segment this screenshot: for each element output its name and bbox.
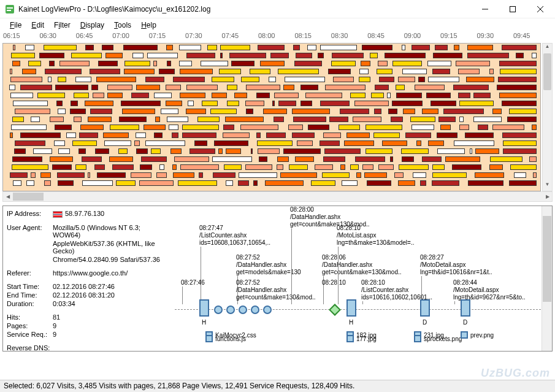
visit-bar[interactable] — [492, 109, 502, 114]
visit-bar[interactable] — [396, 85, 405, 90]
visit-bar[interactable] — [459, 117, 463, 122]
menu-file[interactable]: File — [5, 20, 26, 31]
visit-bar[interactable] — [385, 53, 426, 58]
visit-bar[interactable] — [454, 45, 460, 50]
visit-bar[interactable] — [54, 140, 64, 146]
visit-bar[interactable] — [124, 61, 150, 66]
visit-bar[interactable] — [418, 77, 425, 82]
visit-bar[interactable] — [516, 53, 524, 58]
visit-bar[interactable] — [428, 140, 444, 146]
visit-bar[interactable] — [432, 180, 459, 186]
visit-bar[interactable] — [238, 180, 250, 186]
visit-bar[interactable] — [366, 148, 392, 154]
visit-bar[interactable] — [245, 164, 272, 170]
visit-bar[interactable] — [402, 45, 405, 50]
visit-bar[interactable] — [440, 125, 451, 130]
visit-bar[interactable] — [382, 140, 407, 146]
visit-bar[interactable] — [226, 148, 241, 154]
visit-bar[interactable] — [98, 61, 118, 66]
visit-bar[interactable] — [212, 156, 252, 162]
visit-bar[interactable] — [10, 133, 13, 138]
visit-bar[interactable] — [58, 180, 74, 186]
visit-bar[interactable] — [324, 148, 360, 154]
visit-bar[interactable] — [10, 172, 28, 178]
timeline-hscrollbar[interactable]: ◀ ▶ — [2, 191, 553, 202]
visit-bar[interactable] — [79, 133, 98, 138]
visit-bar[interactable] — [71, 101, 78, 106]
visit-bar[interactable] — [478, 125, 488, 130]
flow-node[interactable] — [226, 306, 235, 314]
visit-bar[interactable] — [466, 77, 494, 82]
visit-bar[interactable] — [432, 172, 467, 178]
visit-bar[interactable] — [173, 77, 205, 82]
visit-bar[interactable] — [124, 69, 155, 74]
scroll-thumb[interactable] — [543, 216, 551, 302]
visit-bar[interactable] — [10, 77, 42, 82]
visit-bar[interactable] — [344, 140, 374, 146]
visit-bar[interactable] — [367, 180, 391, 186]
visit-bar[interactable] — [186, 109, 206, 114]
timeline-vscrollbar[interactable]: ▲ ▼ — [542, 43, 553, 191]
visit-bar[interactable] — [467, 53, 508, 58]
visit-bar[interactable] — [405, 133, 431, 138]
visit-bar[interactable] — [296, 53, 313, 58]
visit-bar[interactable] — [78, 148, 86, 154]
visit-bar[interactable] — [80, 125, 104, 130]
visit-bar[interactable] — [411, 125, 434, 130]
visit-bar[interactable] — [210, 109, 237, 114]
visit-bar[interactable] — [180, 164, 218, 170]
visit-bar[interactable] — [364, 172, 387, 178]
visit-bar[interactable] — [258, 148, 280, 154]
visit-bar[interactable] — [359, 77, 370, 82]
visit-bar[interactable] — [85, 101, 113, 106]
visit-bar[interactable] — [259, 156, 267, 162]
visit-bar[interactable] — [283, 148, 321, 154]
visit-bar[interactable] — [452, 164, 481, 170]
visit-bar[interactable] — [28, 61, 41, 66]
visit-bar[interactable] — [280, 172, 317, 178]
visit-bar[interactable] — [119, 117, 147, 122]
visit-bar[interactable] — [44, 45, 77, 50]
visit-bar[interactable] — [362, 45, 392, 50]
visit-bar[interactable] — [25, 45, 35, 50]
visit-bar[interactable] — [225, 117, 263, 122]
visit-bar[interactable] — [173, 172, 194, 178]
visit-bar[interactable] — [274, 117, 284, 122]
visit-bar[interactable] — [156, 172, 167, 178]
visit-bar[interactable] — [475, 172, 504, 178]
visit-bar[interactable] — [199, 172, 203, 178]
visit-bar[interactable] — [50, 156, 73, 162]
flow-node[interactable] — [346, 299, 356, 317]
scroll-down-icon[interactable]: ▼ — [543, 182, 552, 191]
visit-bar[interactable] — [12, 156, 42, 162]
detail-vscrollbar[interactable] — [542, 206, 552, 351]
visit-bar[interactable] — [155, 117, 160, 122]
visit-bar[interactable] — [292, 133, 315, 138]
minimize-button[interactable] — [471, 0, 499, 18]
visit-bar[interactable] — [74, 93, 90, 98]
visit-bar[interactable] — [311, 180, 336, 186]
visit-bar[interactable] — [503, 148, 537, 154]
flow-node[interactable] — [420, 299, 430, 317]
visit-bar[interactable] — [297, 140, 313, 146]
visit-bar[interactable] — [170, 148, 182, 154]
visit-bar[interactable] — [37, 93, 65, 98]
visit-bar[interactable] — [366, 125, 402, 130]
visit-bar[interactable] — [14, 148, 26, 154]
visit-bar[interactable] — [475, 148, 499, 154]
visit-bar[interactable] — [182, 125, 218, 130]
visit-bar[interactable] — [260, 61, 285, 66]
visit-bar[interactable] — [93, 93, 104, 98]
visit-bar[interactable] — [503, 140, 537, 146]
visit-bar[interactable] — [74, 117, 82, 122]
visit-bar[interactable] — [186, 53, 215, 58]
visit-bar[interactable] — [194, 140, 207, 146]
visit-bar[interactable] — [169, 125, 179, 130]
visit-bar[interactable] — [329, 117, 348, 122]
visit-bar[interactable] — [44, 180, 51, 186]
visit-bar[interactable] — [12, 164, 48, 170]
visit-bar[interactable] — [40, 172, 50, 178]
visit-bar[interactable] — [82, 180, 113, 186]
visit-bar[interactable] — [140, 164, 152, 170]
visit-bar[interactable] — [224, 164, 242, 170]
